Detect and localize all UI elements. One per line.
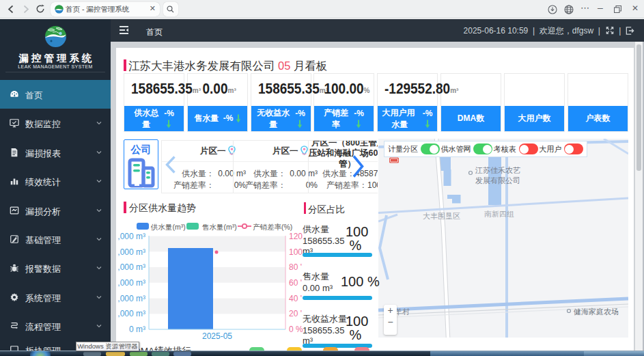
svg-text:60 ': 60 ': [289, 278, 302, 288]
svg-text:,000 m³: ,000 m³: [117, 294, 145, 303]
svg-text:,000 m³: ,000 m³: [117, 278, 145, 288]
svg-text:,000 m³: ,000 m³: [117, 232, 145, 241]
svg-text:0 %: 0 %: [289, 325, 303, 334]
svg-text:,000 m³: ,000 m³: [117, 247, 145, 257]
svg-text:80 ': 80 ': [289, 262, 302, 272]
svg-text:,000 m³: ,000 m³: [117, 309, 145, 318]
svg-text:100: 100: [289, 247, 303, 257]
svg-text:20 ': 20 ': [289, 309, 302, 318]
svg-text:0 m³: 0 m³: [129, 325, 145, 334]
svg-text:120: 120: [289, 232, 303, 241]
svg-text:40 ': 40 ': [289, 294, 302, 303]
svg-text:,000 m³: ,000 m³: [117, 262, 145, 272]
svg-text:2025-05: 2025-05: [202, 331, 232, 341]
